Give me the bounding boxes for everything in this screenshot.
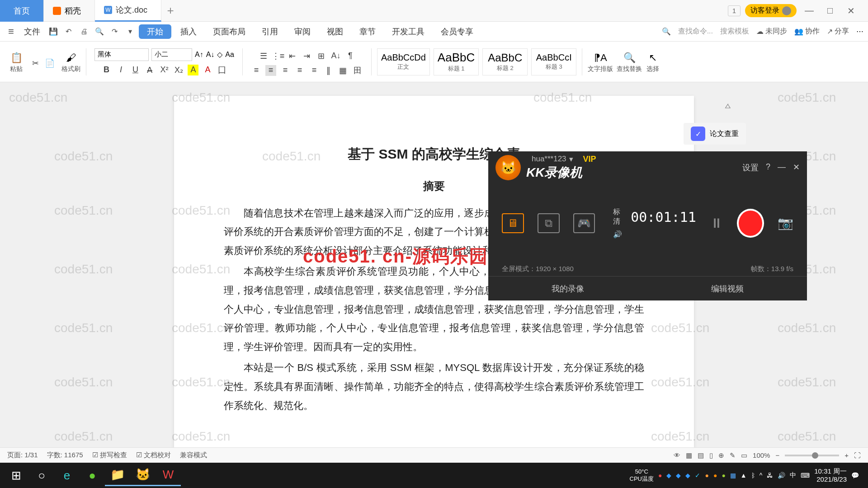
zoom-slider[interactable] (785, 455, 839, 456)
kk-user[interactable]: hua***123▾ (532, 155, 573, 164)
kk-recorder-window[interactable]: 🐱 hua***123▾ VIP KK录像机 设置 ? — ✕ 🖥 ⧉ 🎮 标清… (488, 151, 807, 300)
kk-edit-video[interactable]: 编辑视频 (648, 277, 807, 300)
style-h1[interactable]: AaBbC 标题 1 (434, 48, 479, 75)
char-border-icon[interactable]: 囗 (217, 65, 227, 75)
app-green-icon[interactable]: ● (80, 465, 105, 486)
font-shrink-icon[interactable]: A↓ (206, 51, 215, 59)
zoom-in-icon[interactable]: + (844, 451, 849, 459)
volume-icon[interactable]: 🔊 (778, 472, 785, 479)
maximize-icon[interactable]: □ (822, 3, 838, 19)
spell-check[interactable]: ☑ 拼写检查 (92, 451, 127, 460)
minimize-icon[interactable]: — (801, 3, 817, 19)
format-brush[interactable]: 🖌 格式刷 (61, 51, 80, 73)
search-command[interactable]: 查找命令... (678, 27, 713, 36)
menu-chapter[interactable]: 章节 (352, 22, 383, 42)
wps-taskbar-icon[interactable]: W (156, 465, 181, 486)
align-justify-icon[interactable]: ≡ (294, 65, 305, 76)
view-web-icon[interactable]: ⊕ (718, 451, 724, 460)
view-read-icon[interactable]: ▯ (709, 451, 713, 460)
kk-my-recordings[interactable]: 我的录像 (488, 277, 648, 300)
outdent-icon[interactable]: ⇤ (287, 51, 298, 61)
kk-record-button[interactable] (737, 209, 764, 238)
tray-icon-5[interactable]: ✓ (695, 472, 700, 479)
tray-up-icon[interactable]: ^ (760, 472, 763, 479)
tray-icon-9[interactable]: ▦ (730, 472, 736, 479)
word-count[interactable]: 字数: 11675 (47, 451, 83, 460)
tab-daoke[interactable]: 稻壳 (44, 0, 95, 22)
fit-icon[interactable]: ▭ (741, 451, 747, 460)
font-grow-icon[interactable]: A↑ (195, 51, 203, 59)
clear-format-icon[interactable]: ◇ (217, 50, 222, 59)
borders-icon[interactable]: 田 (352, 65, 363, 76)
tab-icon[interactable]: ⊞ (316, 51, 327, 61)
menu-vip[interactable]: 会员专享 (434, 22, 481, 42)
notification-icon[interactable]: 💬 (851, 472, 859, 479)
italic-icon[interactable]: I (115, 65, 126, 75)
explorer-icon[interactable]: 📁 (105, 465, 130, 486)
eye-icon[interactable]: 👁 (674, 451, 680, 459)
zoom-out-icon[interactable]: − (775, 451, 779, 459)
menu-review[interactable]: 审阅 (287, 22, 318, 42)
zoom-value[interactable]: 100% (753, 451, 770, 459)
pen-icon[interactable]: ✎ (730, 451, 736, 460)
tray-icon-10[interactable]: ▲ (741, 472, 747, 479)
kk-help-icon[interactable]: ? (766, 162, 770, 173)
menu-layout[interactable]: 页面布局 (206, 22, 253, 42)
sort-icon[interactable]: A↓ (330, 51, 341, 61)
dropdown-icon[interactable]: ▾ (123, 25, 137, 38)
text-tools[interactable]: ⁋A 文字排版 (588, 51, 613, 73)
cut-icon[interactable]: ✂ (30, 58, 41, 69)
numbering-icon[interactable]: ⋮≡ (273, 51, 283, 61)
more-icon[interactable]: ⋯ (856, 27, 863, 36)
start-button[interactable]: ⊞ (4, 465, 29, 486)
kk-close-icon[interactable]: ✕ (793, 162, 800, 173)
view-outline-icon[interactable]: ▤ (698, 451, 704, 460)
kk-quality[interactable]: 标清 (613, 207, 622, 226)
redo-icon[interactable]: ↷ (108, 25, 122, 38)
tab-home[interactable]: 首页 (0, 0, 44, 22)
login-badge[interactable]: 访客登录 (745, 4, 797, 17)
align-left-icon[interactable]: ≡ (251, 65, 262, 76)
page-indicator[interactable]: 页面: 1/31 (7, 451, 38, 460)
find-replace[interactable]: 🔍 查找替换 (617, 51, 642, 73)
line-spacing-icon[interactable]: ‖ (323, 65, 334, 76)
cortana-icon[interactable]: ○ (29, 465, 54, 486)
menu-file[interactable]: 文件 (19, 26, 45, 37)
menu-view[interactable]: 视图 (320, 22, 350, 42)
style-normal[interactable]: AaBbCcDd 正文 (377, 48, 430, 75)
network-icon[interactable]: 🖧 (767, 472, 773, 479)
bullets-icon[interactable]: ☰ (258, 51, 269, 61)
kk-minimize-icon[interactable]: — (778, 162, 786, 173)
view-page-icon[interactable]: ▦ (686, 451, 692, 460)
font-name-select[interactable] (94, 48, 149, 61)
sync-status[interactable]: ☁未同步 (756, 27, 787, 36)
coop-button[interactable]: 👥协作 (794, 27, 820, 36)
menu-insert[interactable]: 插入 (173, 22, 204, 42)
tray-icon-4[interactable]: ◆ (685, 472, 690, 479)
font-color-icon[interactable]: A (202, 65, 213, 75)
tab-add[interactable]: + (161, 4, 179, 18)
close-icon[interactable]: ✕ (843, 3, 859, 19)
subscript-icon[interactable]: X₂ (173, 65, 184, 75)
window-index[interactable]: 1 (728, 5, 741, 16)
kk-screenshot-icon[interactable]: 📷 (778, 216, 793, 230)
bluetooth-icon[interactable]: ᛒ (751, 472, 755, 479)
ime-icon[interactable]: 中 (790, 471, 796, 479)
marks-icon[interactable]: ¶ (345, 51, 356, 61)
kk-taskbar-icon[interactable]: 🐱 (130, 465, 156, 486)
case-icon[interactable]: Aa (225, 51, 234, 59)
kk-settings[interactable]: 设置 (742, 162, 759, 173)
kk-mode-region[interactable]: ⧉ (538, 213, 560, 233)
superscript-icon[interactable]: X² (159, 65, 170, 75)
keyboard-icon[interactable]: ⌨ (801, 472, 810, 479)
ie-icon[interactable]: e (54, 465, 80, 486)
underline-icon[interactable]: U (130, 65, 141, 75)
kk-pause-button[interactable]: ⏸ (710, 216, 723, 231)
preview-icon[interactable]: 🔍 (93, 25, 106, 38)
tray-icon-7[interactable]: ● (713, 472, 717, 479)
kk-mode-game[interactable]: 🎮 (573, 213, 595, 233)
tab-document[interactable]: W 论文.doc (95, 0, 161, 22)
menu-devtools[interactable]: 开发工具 (385, 22, 432, 42)
clock[interactable]: 10:31 周一 2021/8/23 (814, 467, 847, 483)
tray-icon-6[interactable]: ● (705, 472, 708, 479)
